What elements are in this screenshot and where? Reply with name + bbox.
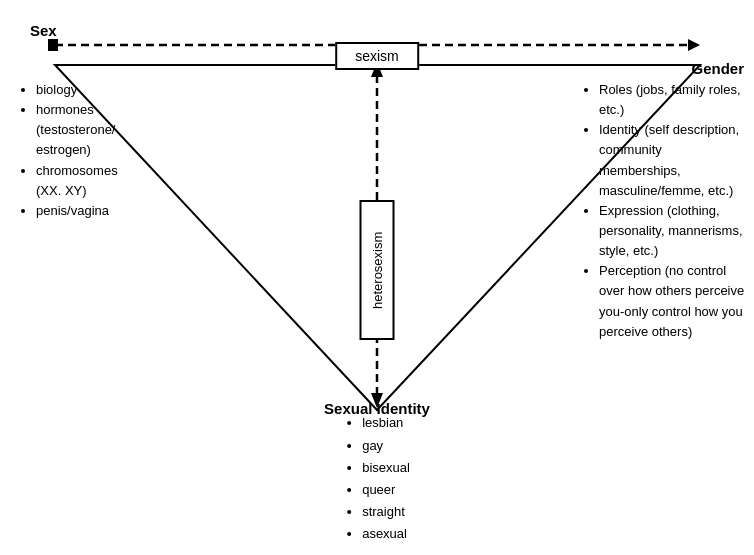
si-item-lesbian: lesbian bbox=[362, 412, 410, 434]
gender-item-identity: Identity (self description, community me… bbox=[599, 120, 746, 201]
heterosexism-box: heterosexism bbox=[360, 200, 395, 340]
sex-label: Sex bbox=[30, 22, 57, 39]
sex-list: biology hormones(testosterone/estrogen) … bbox=[18, 80, 118, 221]
sex-item-genitalia: penis/vagina bbox=[36, 201, 118, 221]
svg-rect-3 bbox=[48, 39, 58, 51]
sexism-box: sexism bbox=[335, 42, 419, 70]
gender-item-perception: Perception (no control over how others p… bbox=[599, 261, 746, 342]
gender-item-expression: Expression (clothing, personality, manne… bbox=[599, 201, 746, 261]
sex-item-biology: biology bbox=[36, 80, 118, 100]
si-item-asexual: asexual bbox=[362, 523, 410, 545]
si-item-queer: queer bbox=[362, 479, 410, 501]
si-item-gay: gay bbox=[362, 435, 410, 457]
si-item-bisexual: bisexual bbox=[362, 457, 410, 479]
si-item-straight: straight bbox=[362, 501, 410, 523]
sex-item-hormones: hormones(testosterone/estrogen) bbox=[36, 100, 118, 160]
sexual-identity-list: lesbian gay bisexual queer straight asex… bbox=[344, 412, 410, 545]
diagram-container: Sex Gender Sexual Identity sexism hetero… bbox=[0, 0, 754, 555]
gender-label: Gender bbox=[691, 60, 744, 77]
gender-list: Roles (jobs, family roles, etc.) Identit… bbox=[581, 80, 746, 342]
sex-item-chromosomes: chromosomes(XX. XY) bbox=[36, 161, 118, 201]
gender-item-roles: Roles (jobs, family roles, etc.) bbox=[599, 80, 746, 120]
svg-marker-2 bbox=[688, 39, 700, 51]
